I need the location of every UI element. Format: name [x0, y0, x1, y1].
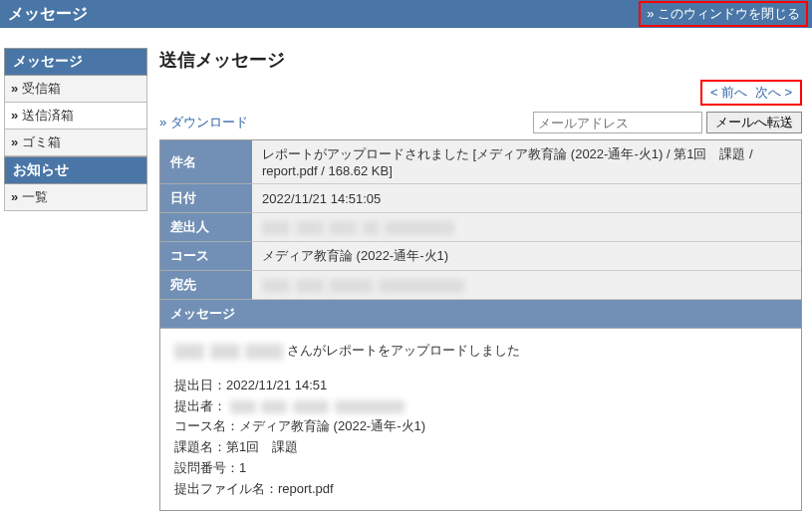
submit-date-label: 提出日：	[174, 378, 226, 392]
sender-value: xx xx xx x xxxxxx	[252, 213, 801, 242]
sidebar-item-trash[interactable]: » ゴミ箱	[4, 129, 147, 156]
sidebar: メッセージ » 受信箱 » 送信済箱 » ゴミ箱 お知らせ » 一覧	[0, 48, 147, 515]
topbar: メッセージ » このウィンドウを閉じる	[0, 0, 812, 28]
subject-value: レポートがアップロードされました [メディア教育論 (2022-通年-火1) /…	[252, 140, 801, 184]
course-value: メディア教育論 (2022-通年-火1)	[252, 242, 801, 271]
next-link[interactable]: 次へ >	[755, 85, 792, 100]
file-label: 提出ファイル名：	[174, 481, 278, 496]
subject-label: 件名	[160, 140, 252, 184]
submit-date-value: 2022/11/21 14:51	[226, 378, 327, 392]
file-value: report.pdf	[278, 481, 334, 496]
pagination-row: < 前へ 次へ >	[159, 80, 802, 106]
marker-icon: »	[11, 134, 18, 149]
sidebar-item-label: 送信済箱	[22, 108, 74, 123]
content-area: 送信メッセージ < 前へ 次へ > » ダウンロード メールへ転送 件名 レポー…	[147, 48, 812, 515]
body-lead-tail: さんがレポートをアップロードしました	[287, 343, 520, 358]
prev-link[interactable]: < 前へ	[710, 85, 747, 100]
sidebar-section-notice: お知らせ	[4, 156, 147, 184]
task-value: 第1回 課題	[226, 439, 298, 454]
topbar-title: メッセージ	[8, 4, 88, 25]
recipient-value: xx xx xxxx xxxxxxx	[252, 271, 801, 300]
qno-value: 1	[239, 460, 246, 475]
forward-button[interactable]: メールへ転送	[706, 112, 802, 133]
recipient-label: 宛先	[160, 271, 252, 300]
date-label: 日付	[160, 184, 252, 213]
submitter-label: 提出者：	[174, 398, 226, 413]
course-line-value: メディア教育論 (2022-通年-火1)	[239, 418, 425, 433]
sender-label: 差出人	[160, 213, 252, 242]
course-label: コース	[160, 242, 252, 271]
download-link[interactable]: » ダウンロード	[159, 114, 248, 131]
message-panel: 件名 レポートがアップロードされました [メディア教育論 (2022-通年-火1…	[159, 139, 802, 511]
course-line-label: コース名：	[174, 418, 239, 433]
close-window-button[interactable]: » このウィンドウを閉じる	[639, 1, 808, 27]
sidebar-section-messages: メッセージ	[4, 48, 147, 76]
page-title: 送信メッセージ	[159, 48, 802, 72]
date-value: 2022/11/21 14:51:05	[252, 184, 801, 213]
qno-label: 設問番号：	[174, 460, 239, 475]
sidebar-item-label: 受信箱	[22, 81, 61, 96]
sidebar-item-label: ゴミ箱	[22, 134, 61, 149]
email-input[interactable]	[533, 112, 702, 133]
message-body: xx xx xxx さんがレポートをアップロードしました 提出日：2022/11…	[160, 329, 801, 510]
marker-icon: »	[11, 189, 18, 204]
sidebar-item-inbox[interactable]: » 受信箱	[4, 76, 147, 103]
marker-icon: »	[11, 108, 18, 123]
message-body-header: メッセージ	[160, 300, 801, 329]
body-lead-line: xx xx xxx さんがレポートをアップロードしました	[174, 341, 787, 362]
sidebar-item-sent[interactable]: » 送信済箱	[4, 103, 147, 129]
task-label: 課題名：	[174, 439, 226, 454]
sidebar-item-label: 一覧	[22, 189, 48, 204]
marker-icon: »	[11, 81, 18, 96]
sidebar-item-list[interactable]: » 一覧	[4, 184, 147, 211]
